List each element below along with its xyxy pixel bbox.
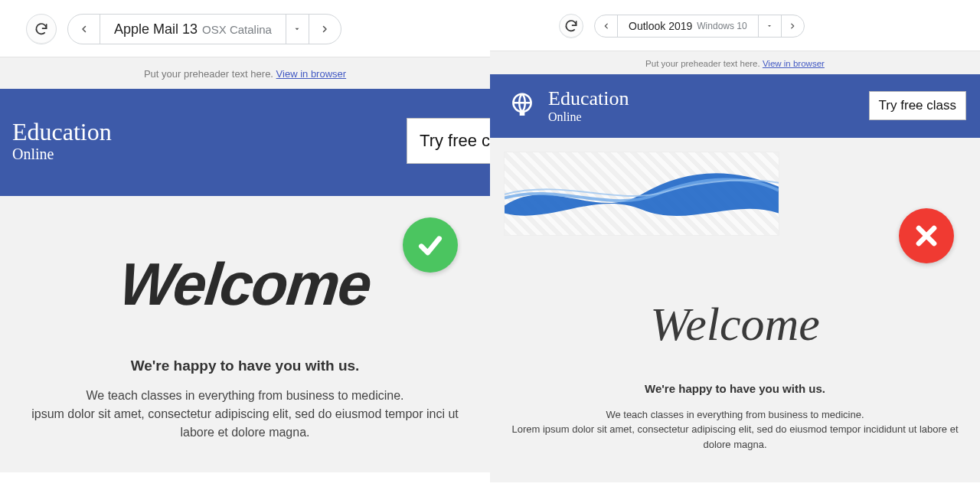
refresh-button[interactable] — [559, 14, 583, 38]
client-os: Windows 10 — [697, 21, 746, 31]
paragraph-1: We teach classes in everything from busi… — [505, 407, 965, 423]
brand-bar: Education Online Try free class — [490, 74, 980, 138]
chevron-left-icon — [603, 22, 610, 30]
next-client-button[interactable] — [309, 15, 341, 44]
paragraph-2: Lorem ipsum dolor sit amet, consectetur … — [505, 422, 965, 452]
brand-line-1: Education — [12, 119, 112, 145]
preheader: Put your preheader text here. View in br… — [0, 57, 490, 89]
caret-down-icon — [293, 25, 301, 33]
preheader-text: Put your preheader text here. — [645, 59, 763, 68]
cross-icon — [911, 220, 942, 251]
client-selector: Apple Mail 13 OSX Catalina — [67, 14, 341, 44]
client-label[interactable]: Apple Mail 13 OSX Catalina — [100, 15, 286, 44]
brand-line-2: Online — [12, 145, 112, 163]
try-free-class-button[interactable]: Try free cl — [407, 118, 498, 164]
paragraph-2: ipsum dolor sit amet, consectetur adipis… — [15, 405, 475, 442]
client-dropdown-toggle[interactable] — [286, 15, 309, 44]
welcome-heading: Welcome — [505, 297, 965, 351]
preheader: Put your preheader text here. View in br… — [490, 51, 980, 74]
refresh-button[interactable] — [26, 14, 57, 44]
brand-line-1: Education — [548, 88, 629, 110]
toolbar: Apple Mail 13 OSX Catalina — [0, 0, 490, 49]
status-badge-bad — [899, 208, 954, 263]
client-name: Outlook 2019 — [629, 20, 692, 32]
refresh-icon — [564, 18, 579, 34]
preview-pane-right: Outlook 2019 Windows 10 Put your prehead… — [490, 0, 980, 490]
next-client-button[interactable] — [781, 15, 804, 37]
client-dropdown-toggle[interactable] — [758, 15, 781, 37]
hero-image — [504, 152, 779, 236]
subheading: We're happy to have you with us. — [15, 358, 475, 374]
svg-rect-1 — [520, 112, 525, 116]
chevron-left-icon — [80, 24, 89, 34]
caret-down-icon — [766, 23, 773, 29]
client-label[interactable]: Outlook 2019 Windows 10 — [618, 15, 758, 37]
brand-bar: Education Online Try free cl — [0, 89, 490, 196]
view-in-browser-link[interactable]: View in browser — [763, 59, 825, 68]
toolbar: Outlook 2019 Windows 10 — [490, 0, 980, 43]
chevron-right-icon — [789, 22, 796, 30]
paragraph-1: We teach classes in everything from busi… — [15, 387, 475, 405]
preheader-text: Put your preheader text here. — [144, 68, 276, 80]
brand: Education Online — [12, 119, 112, 163]
refresh-icon — [34, 21, 49, 37]
chevron-right-icon — [320, 24, 329, 34]
prev-client-button[interactable] — [68, 15, 100, 44]
prev-client-button[interactable] — [595, 15, 618, 37]
email-body: Welcome We're happy to have you with us.… — [490, 243, 980, 483]
preview-pane-left: Apple Mail 13 OSX Catalina Put your preh… — [0, 0, 490, 490]
email-preview: Put your preheader text here. View in br… — [490, 51, 980, 482]
client-selector: Outlook 2019 Windows 10 — [594, 15, 805, 38]
brand-line-2: Online — [548, 110, 629, 124]
view-in-browser-link[interactable]: View in browser — [276, 68, 347, 80]
subheading: We're happy to have you with us. — [505, 382, 965, 395]
try-free-class-button[interactable]: Try free class — [869, 91, 966, 120]
client-name: Apple Mail 13 — [114, 21, 198, 38]
globe-icon — [507, 89, 537, 122]
status-badge-good — [403, 217, 458, 273]
client-os: OSX Catalina — [202, 23, 272, 36]
check-icon — [415, 230, 446, 260]
brand: Education Online — [507, 88, 629, 124]
